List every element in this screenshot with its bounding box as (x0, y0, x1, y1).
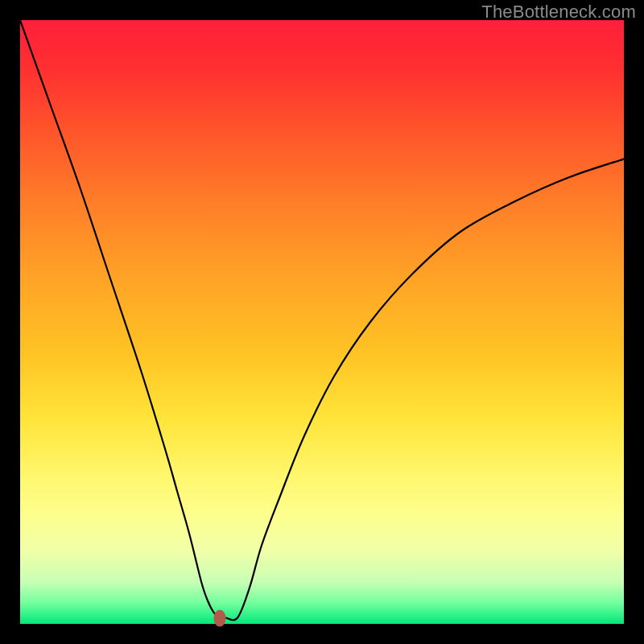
bottleneck-curve (20, 20, 624, 624)
minimum-marker (213, 609, 225, 626)
curve-path (20, 20, 624, 620)
chart-frame: TheBottleneck.com (0, 0, 644, 644)
plot-area (20, 20, 624, 624)
watermark-text: TheBottleneck.com (481, 2, 636, 23)
